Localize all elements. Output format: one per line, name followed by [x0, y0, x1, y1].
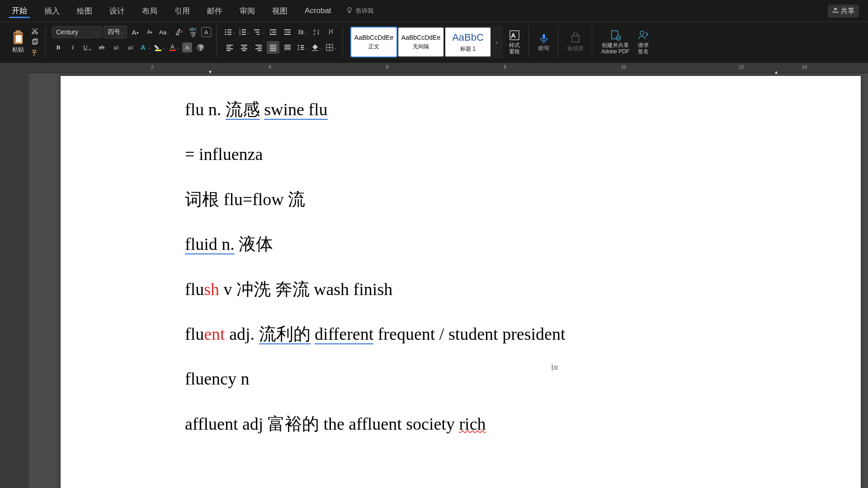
style-heading-1[interactable]: AaBbC 标题 1 — [445, 28, 491, 56]
document-line[interactable]: 词根 flu=flow 流 — [185, 188, 861, 211]
tell-me-search[interactable]: 告诉我 — [346, 7, 373, 15]
text-run[interactable]: different — [315, 324, 373, 344]
request-signatures-button[interactable]: 请求 签名 — [635, 29, 652, 55]
font-color-button[interactable]: A⌵ — [168, 41, 180, 54]
dictate-button[interactable]: 听写 — [535, 33, 552, 52]
text-run[interactable]: fluid n. — [185, 235, 235, 254]
phonetic-guide-button[interactable]: abc字 — [187, 26, 199, 38]
create-pdf-label: 创建并共享 Adobe PDF — [601, 42, 629, 55]
text-run[interactable]: fluency n — [185, 369, 249, 388]
document-line[interactable]: = influenza — [185, 143, 861, 165]
tab-insert[interactable]: 插入 — [42, 4, 62, 18]
document-page[interactable]: flu n. 流感 swine flu= influenza词根 flu=flo… — [61, 76, 861, 488]
text-run[interactable] — [260, 100, 264, 119]
numbering-button[interactable]: 123⌵ — [238, 26, 250, 38]
text-run[interactable]: 流利的 — [259, 324, 311, 344]
font-family-select[interactable]: Century ⌵ — [52, 26, 102, 38]
sort-button[interactable]: AZ — [310, 26, 323, 38]
superscript-button[interactable]: x2 — [124, 41, 137, 54]
document-line[interactable]: fluent adj. 流利的 different frequent / stu… — [185, 323, 861, 345]
align-right-button[interactable] — [252, 41, 265, 54]
bold-button[interactable]: B — [52, 41, 65, 54]
right-indent-marker[interactable]: ▴ — [775, 69, 778, 75]
styles-pane-button[interactable]: A 样式 窗格 — [506, 29, 523, 55]
svg-rect-39 — [226, 48, 233, 49]
text-run[interactable]: flu n. — [185, 100, 226, 119]
tab-view[interactable]: 视图 — [269, 4, 290, 18]
tab-draw[interactable]: 绘图 — [74, 4, 95, 18]
style-no-spacing[interactable]: AaBbCcDdEe 无间隔 — [398, 28, 443, 56]
text-run[interactable]: 流感 — [226, 100, 260, 120]
font-size-select[interactable]: 四号 ⌵ — [104, 26, 127, 38]
decrease-font-button[interactable]: A▾ — [143, 26, 156, 38]
subscript-button[interactable]: x2 — [110, 41, 123, 54]
line-spacing-button[interactable]: ⌵ — [296, 41, 308, 54]
paste-button[interactable]: 粘贴 — [9, 29, 27, 55]
borders-button[interactable]: ⌵ — [325, 41, 337, 54]
create-share-pdf-button[interactable]: 创建并共享 Adobe PDF — [599, 29, 632, 55]
text-run[interactable]: v 冲洗 奔流 wash finish — [219, 280, 392, 299]
clear-formatting-button[interactable] — [172, 26, 185, 38]
text-run[interactable]: affluent adj 富裕的 the affluent society — [185, 414, 459, 433]
asian-layout-button[interactable]: ⌵ — [296, 26, 308, 38]
text-run[interactable]: sh — [204, 280, 219, 299]
shading-button[interactable]: ⌵ — [310, 41, 323, 54]
character-shading-button[interactable]: A — [182, 42, 192, 52]
sensitivity-button[interactable]: 敏感度 — [565, 33, 586, 52]
sensitivity-label: 敏感度 — [567, 45, 584, 52]
increase-indent-button[interactable] — [281, 26, 294, 38]
decrease-indent-button[interactable] — [267, 26, 279, 38]
distributed-button[interactable] — [281, 41, 294, 54]
align-center-button[interactable] — [238, 41, 250, 54]
left-indent-marker[interactable]: ▾ — [209, 69, 212, 75]
show-paragraph-marks-button[interactable] — [325, 26, 337, 38]
svg-point-15 — [225, 32, 226, 33]
cut-button[interactable] — [30, 26, 40, 36]
text-effects-button[interactable]: A⌵ — [139, 41, 151, 54]
text-run[interactable]: 词根 flu=flow 流 — [185, 190, 305, 209]
text-run[interactable] — [311, 324, 315, 343]
document-line[interactable]: affluent adj 富裕的 the affluent society ri… — [185, 413, 861, 435]
document-line[interactable]: flush v 冲洗 奔流 wash finish — [185, 278, 861, 300]
multilevel-list-button[interactable]: ⌵ — [252, 26, 265, 38]
document-line[interactable]: fluid n. 液体 — [185, 233, 861, 255]
copy-button[interactable] — [30, 37, 40, 47]
share-button[interactable]: 共享 — [828, 5, 859, 18]
tab-home[interactable]: 开始 — [9, 4, 30, 18]
format-painter-button[interactable] — [30, 48, 40, 58]
tab-acrobat[interactable]: Acrobat — [302, 5, 334, 17]
text-run[interactable]: flu — [185, 280, 204, 299]
text-run[interactable]: swine flu — [264, 100, 327, 120]
tab-design[interactable]: 设计 — [107, 4, 127, 18]
increase-font-button[interactable]: A▴ — [129, 26, 142, 38]
tab-layout[interactable]: 布局 — [139, 4, 160, 18]
justify-button[interactable] — [267, 41, 279, 54]
text-run[interactable]: rich — [459, 414, 486, 433]
underline-button[interactable]: U⌵ — [81, 41, 94, 54]
adobe-group: 创建并共享 Adobe PDF 请求 签名 — [599, 26, 657, 58]
tab-references[interactable]: 引用 — [172, 4, 193, 18]
highlight-button[interactable]: ⌵ — [153, 41, 166, 54]
document-line[interactable]: flu n. 流感 swine flu — [185, 99, 861, 121]
strikethrough-button[interactable]: ab — [95, 41, 108, 54]
change-case-button[interactable]: Aa⌵ — [158, 26, 170, 38]
tab-review[interactable]: 审阅 — [237, 4, 258, 18]
text-run[interactable]: adj. — [225, 324, 259, 343]
style-normal[interactable]: AaBbCcDdEe 正文 — [351, 28, 396, 56]
italic-button[interactable]: I — [66, 41, 79, 54]
character-border-button[interactable]: A — [201, 27, 211, 37]
document-body[interactable]: flu n. 流感 swine flu= influenza词根 flu=flo… — [185, 99, 861, 435]
align-left-button[interactable] — [223, 41, 236, 54]
styles-more-button[interactable]: › — [492, 28, 501, 56]
bullets-button[interactable]: ⌵ — [223, 26, 236, 38]
text-run[interactable]: = influenza — [185, 145, 263, 164]
text-run[interactable]: flu — [185, 324, 204, 343]
text-run[interactable]: ent — [204, 324, 225, 343]
chevron-down-icon: ⌵ — [120, 30, 123, 35]
document-line[interactable]: fluency n — [185, 368, 861, 390]
enclose-characters-button[interactable]: 字 — [194, 41, 207, 54]
text-run[interactable]: frequent / student president — [373, 324, 565, 343]
text-run[interactable]: 液体 — [235, 235, 274, 253]
page-scroll-area[interactable]: flu n. 流感 swine flu= influenza词根 flu=flo… — [29, 73, 868, 488]
tab-mailings[interactable]: 邮件 — [204, 4, 225, 18]
